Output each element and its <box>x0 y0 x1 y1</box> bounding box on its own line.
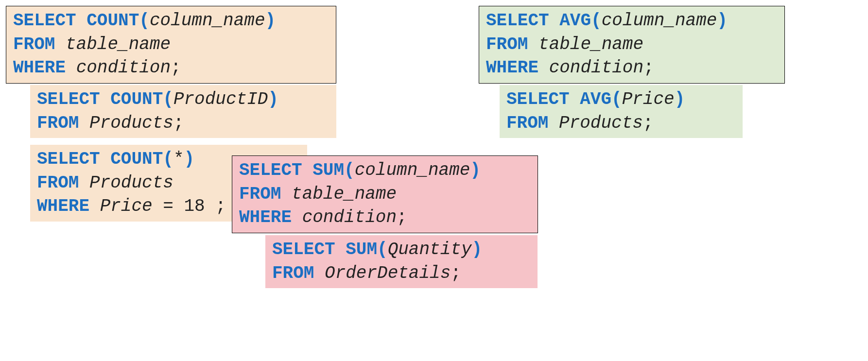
keyword-select: SELECT <box>37 89 100 109</box>
keyword-select: SELECT <box>486 11 549 31</box>
placeholder-column-name: column_name <box>150 11 265 31</box>
semicolon: ; <box>174 113 184 133</box>
semicolon: ; <box>643 58 654 78</box>
rparen: ) <box>268 89 278 109</box>
star: * <box>174 149 184 169</box>
keyword-select: SELECT <box>272 240 335 259</box>
table-products: Products <box>89 173 174 193</box>
keyword-from: FROM <box>13 34 55 54</box>
avg-syntax-box: SELECT AVG(column_name) FROM table_name … <box>479 6 785 84</box>
placeholder-table-name: table_name <box>538 34 643 54</box>
function-count: COUNT <box>110 149 163 169</box>
function-count: COUNT <box>110 89 163 109</box>
lparen: ( <box>377 240 388 259</box>
column-quantity: Quantity <box>388 240 472 259</box>
lparen: ( <box>139 11 150 31</box>
keyword-select: SELECT <box>239 160 302 180</box>
keyword-where: WHERE <box>239 207 292 227</box>
sum-syntax-box: SELECT SUM(column_name) FROM table_name … <box>232 155 538 233</box>
rparen: ) <box>471 240 482 259</box>
lparen: ( <box>163 149 174 169</box>
avg-price-example: SELECT AVG(Price) FROM Products; <box>500 85 743 138</box>
rparen: ) <box>675 89 685 109</box>
keyword-from: FROM <box>506 113 548 133</box>
semicolon: ; <box>397 207 407 227</box>
keyword-where: WHERE <box>486 58 538 78</box>
keyword-where: WHERE <box>13 58 66 78</box>
keyword-from: FROM <box>239 184 281 204</box>
placeholder-column-name: column_name <box>355 160 470 180</box>
keyword-from: FROM <box>37 113 79 133</box>
lparen: ( <box>344 160 355 180</box>
placeholder-condition: condition <box>302 207 397 227</box>
column-price: Price <box>100 196 153 216</box>
function-sum: SUM <box>346 240 377 259</box>
semicolon: ; <box>215 196 226 216</box>
semicolon: ; <box>171 58 181 78</box>
lparen: ( <box>163 89 174 109</box>
lparen: ( <box>591 11 602 31</box>
column-productid: ProductID <box>174 89 268 109</box>
equals: = <box>163 196 174 216</box>
lparen: ( <box>611 89 622 109</box>
literal-18: 18 <box>184 196 205 216</box>
column-price: Price <box>622 89 675 109</box>
keyword-from: FROM <box>272 263 314 283</box>
sum-quantity-example: SELECT SUM(Quantity) FROM OrderDetails; <box>265 235 538 288</box>
keyword-from: FROM <box>37 173 79 193</box>
rparen: ) <box>265 11 276 31</box>
keyword-select: SELECT <box>13 11 76 31</box>
table-orderdetails: OrderDetails <box>325 263 451 283</box>
table-products: Products <box>89 113 174 133</box>
rparen: ) <box>717 11 728 31</box>
placeholder-column-name: column_name <box>602 11 717 31</box>
keyword-select: SELECT <box>506 89 570 109</box>
count-syntax-box: SELECT COUNT(column_name) FROM table_nam… <box>6 6 336 84</box>
count-productid-example: SELECT COUNT(ProductID) FROM Products; <box>30 85 336 138</box>
placeholder-condition: condition <box>76 58 171 78</box>
placeholder-condition: condition <box>549 58 643 78</box>
function-avg: AVG <box>559 11 591 31</box>
rparen: ) <box>184 149 194 169</box>
rparen: ) <box>470 160 481 180</box>
table-products: Products <box>559 113 643 133</box>
function-sum: SUM <box>312 160 344 180</box>
semicolon: ; <box>451 263 461 283</box>
semicolon: ; <box>643 113 654 133</box>
keyword-select: SELECT <box>37 149 100 169</box>
placeholder-table-name: table_name <box>292 184 397 204</box>
keyword-from: FROM <box>486 34 528 54</box>
function-avg: AVG <box>580 89 611 109</box>
placeholder-table-name: table_name <box>66 34 171 54</box>
keyword-where: WHERE <box>37 196 89 216</box>
function-count: COUNT <box>87 11 139 31</box>
